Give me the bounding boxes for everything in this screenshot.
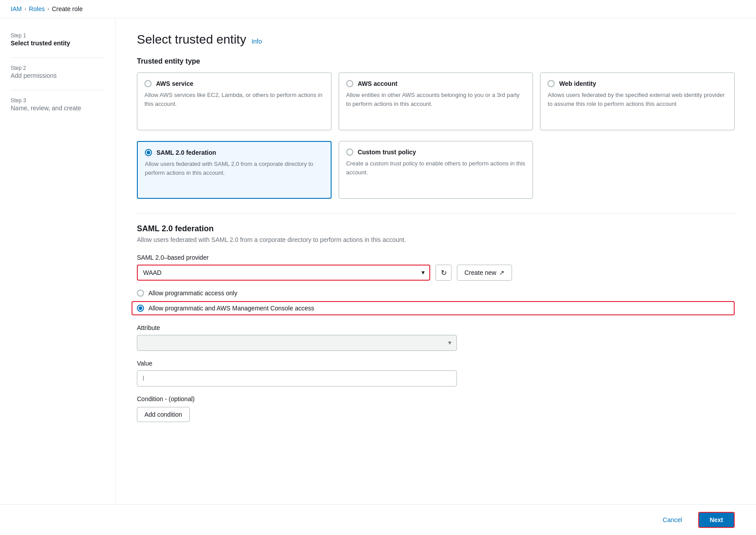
entity-card-web-identity[interactable]: Web identity Allows users federated by t… bbox=[540, 72, 735, 130]
external-link-icon: ↗ bbox=[499, 269, 504, 276]
sidebar-step2-title: Add permissions bbox=[11, 72, 104, 79]
entity-card-saml[interactable]: SAML 2.0 federation Allow users federate… bbox=[137, 141, 332, 199]
saml-section: SAML 2.0 federation Allow users federate… bbox=[137, 213, 735, 422]
radio-saml[interactable] bbox=[145, 149, 152, 156]
sidebar-step3-title: Name, review, and create bbox=[11, 105, 104, 112]
entity-card-web-identity-desc: Allows users federated by the specified … bbox=[548, 91, 727, 108]
cancel-button[interactable]: Cancel bbox=[654, 513, 691, 527]
breadcrumb-sep-2: › bbox=[48, 6, 49, 12]
radio-custom-trust[interactable] bbox=[346, 149, 353, 156]
breadcrumb-iam[interactable]: IAM bbox=[11, 5, 22, 12]
entity-cards-grid: AWS service Allow AWS services like EC2,… bbox=[137, 72, 735, 130]
entity-card-aws-service-title: AWS service bbox=[156, 80, 193, 87]
attribute-select-wrapper: ▼ bbox=[137, 335, 457, 351]
value-section: Value bbox=[137, 360, 735, 386]
entity-card-custom-trust-title: Custom trust policy bbox=[358, 149, 416, 156]
attribute-label: Attribute bbox=[137, 324, 735, 331]
entity-card-custom-trust[interactable]: Custom trust policy Create a custom trus… bbox=[339, 141, 533, 199]
entity-card-aws-account-desc: Allow entities in other AWS accounts bel… bbox=[346, 91, 526, 108]
trusted-entity-section-title: Trusted entity type bbox=[137, 57, 735, 65]
radio-programmatic-console-label: Allow programmatic and AWS Management Co… bbox=[148, 305, 314, 312]
sidebar-divider-1 bbox=[11, 57, 104, 58]
create-new-label: Create new bbox=[464, 269, 496, 276]
content-area: Select trusted entity Info Trusted entit… bbox=[116, 18, 756, 504]
sidebar-step-1: Step 1 Select trusted entity bbox=[11, 32, 104, 47]
entity-card-saml-title: SAML 2.0 federation bbox=[156, 149, 216, 156]
sidebar-step2-label: Step 2 bbox=[11, 65, 104, 71]
entity-card-aws-service-desc: Allow AWS services like EC2, Lambda, or … bbox=[144, 91, 324, 108]
entity-card-web-identity-title: Web identity bbox=[559, 80, 596, 87]
entity-card-aws-service[interactable]: AWS service Allow AWS services like EC2,… bbox=[137, 72, 332, 130]
radio-aws-service[interactable] bbox=[144, 80, 152, 87]
sidebar-divider-2 bbox=[11, 90, 104, 90]
breadcrumb-sep-1: › bbox=[24, 6, 26, 12]
access-options-section: Allow programmatic access only Allow pro… bbox=[137, 290, 735, 315]
condition-label: Condition - (optional) bbox=[137, 395, 735, 402]
provider-section: SAML 2.0–based provider WAAD ▼ ↻ Create … bbox=[137, 254, 735, 281]
sidebar-step3-label: Step 3 bbox=[11, 97, 104, 104]
sidebar-step-2: Step 2 Add permissions bbox=[11, 65, 104, 79]
attribute-select[interactable] bbox=[137, 335, 457, 351]
breadcrumb: IAM › Roles › Create role bbox=[0, 0, 756, 18]
add-condition-button[interactable]: Add condition bbox=[137, 407, 190, 422]
attribute-section: Attribute ▼ bbox=[137, 324, 735, 351]
next-button[interactable]: Next bbox=[698, 512, 735, 528]
radio-programmatic-console[interactable] bbox=[137, 305, 144, 312]
radio-option-programmatic-console[interactable]: Allow programmatic and AWS Management Co… bbox=[132, 301, 735, 315]
value-label: Value bbox=[137, 360, 735, 367]
sidebar-step-3: Step 3 Name, review, and create bbox=[11, 97, 104, 112]
page-title: Select trusted entity bbox=[137, 32, 246, 47]
radio-web-identity[interactable] bbox=[548, 80, 555, 87]
empty-grid-cell bbox=[540, 141, 735, 199]
create-new-button[interactable]: Create new ↗ bbox=[457, 265, 512, 281]
radio-option-programmatic-only[interactable]: Allow programmatic access only bbox=[137, 290, 735, 297]
sidebar-step1-title: Select trusted entity bbox=[11, 40, 104, 47]
saml-section-title: SAML 2.0 federation bbox=[137, 224, 735, 233]
provider-select[interactable]: WAAD bbox=[137, 265, 430, 281]
value-input[interactable] bbox=[137, 370, 457, 386]
footer: Cancel Next bbox=[0, 504, 756, 535]
radio-programmatic-only-label: Allow programmatic access only bbox=[148, 290, 237, 297]
entity-card-aws-account[interactable]: AWS account Allow entities in other AWS … bbox=[339, 72, 533, 130]
sidebar-step1-label: Step 1 bbox=[11, 32, 104, 39]
refresh-button[interactable]: ↻ bbox=[436, 265, 452, 281]
provider-row: WAAD ▼ ↻ Create new ↗ bbox=[137, 265, 735, 281]
entity-card-saml-desc: Allow users federated with SAML 2.0 from… bbox=[145, 160, 324, 177]
saml-section-desc: Allow users federated with SAML 2.0 from… bbox=[137, 236, 735, 243]
sidebar: Step 1 Select trusted entity Step 2 Add … bbox=[0, 18, 116, 504]
refresh-icon: ↻ bbox=[441, 269, 447, 277]
radio-programmatic-only[interactable] bbox=[137, 290, 144, 297]
info-link[interactable]: Info bbox=[252, 38, 262, 45]
entity-card-custom-trust-desc: Create a custom trust policy to enable o… bbox=[346, 159, 526, 177]
entity-card-aws-account-title: AWS account bbox=[358, 80, 397, 87]
radio-aws-account[interactable] bbox=[346, 80, 353, 87]
condition-section: Condition - (optional) Add condition bbox=[137, 395, 735, 422]
provider-label: SAML 2.0–based provider bbox=[137, 254, 735, 261]
provider-select-wrapper: WAAD ▼ bbox=[137, 265, 430, 281]
breadcrumb-create-role: Create role bbox=[52, 5, 83, 12]
breadcrumb-roles[interactable]: Roles bbox=[29, 5, 45, 12]
